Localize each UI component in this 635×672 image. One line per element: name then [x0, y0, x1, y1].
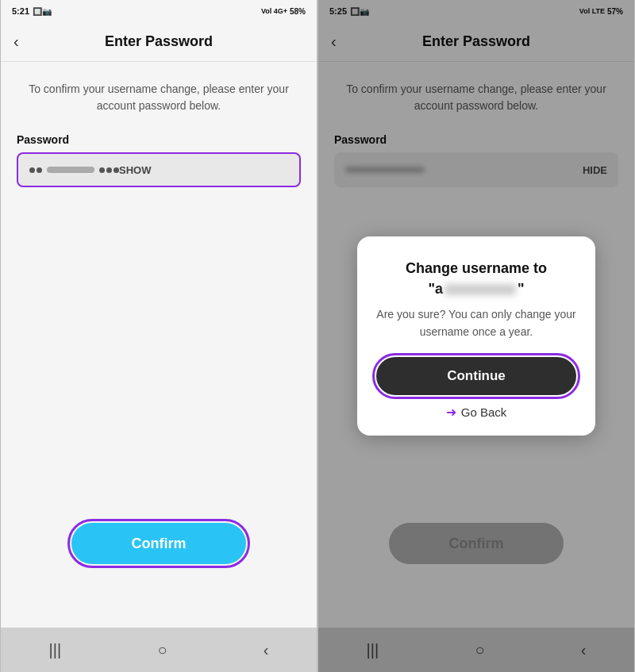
show-password-button-left[interactable]: SHOW: [119, 164, 151, 176]
time-left: 5:21: [12, 6, 29, 16]
username-blur: [444, 284, 516, 295]
confirm-button-left[interactable]: Confirm: [71, 523, 246, 564]
nav-back-left[interactable]: ‹: [264, 641, 269, 659]
go-back-row[interactable]: ➜ Go Back: [376, 405, 576, 420]
signal-left: Vol 4G+: [261, 7, 287, 15]
bottom-nav-left: ||| ○ ‹: [1, 628, 317, 672]
go-back-arrow-icon: ➜: [446, 405, 456, 420]
password-label-left: Password: [17, 133, 301, 146]
password-blur-left: [47, 167, 94, 173]
dialog-title: Change username to "a": [376, 259, 576, 298]
status-bar-left: 5:21 🔲📷 Vol 4G+ 58%: [1, 0, 317, 22]
go-back-label: Go Back: [461, 405, 507, 419]
dialog-overlay: Change username to "a" Are you sure? You…: [318, 0, 634, 672]
dialog-box: Change username to "a" Are you sure? You…: [357, 236, 595, 435]
dot3: [99, 167, 105, 173]
left-phone: 5:21 🔲📷 Vol 4G+ 58% ‹ Enter Password To …: [0, 0, 318, 672]
back-button-left[interactable]: ‹: [13, 33, 19, 51]
dot4: [106, 167, 112, 173]
battery-left: 58%: [290, 7, 306, 16]
dot1: [29, 167, 35, 173]
content-left: To confirm your username change, please …: [1, 62, 317, 628]
right-phone: 5:25 🔲📷 Vol LTE 57% ‹ Enter Password To …: [318, 0, 635, 672]
password-dots-left: [29, 167, 119, 173]
top-nav-left: ‹ Enter Password: [1, 22, 317, 62]
dot5: [114, 167, 119, 173]
continue-button[interactable]: Continue: [376, 357, 576, 395]
nav-home-left[interactable]: ○: [157, 641, 167, 659]
dialog-title-prefix: "a: [428, 281, 443, 297]
icons-left: 🔲📷: [33, 7, 52, 16]
dialog-body: Are you sure? You can only change your u…: [376, 305, 576, 341]
page-title-left: Enter Password: [105, 33, 213, 50]
nav-menu-left[interactable]: |||: [49, 641, 62, 659]
dot2: [37, 167, 42, 173]
confirm-btn-wrapper-left: Confirm: [1, 523, 317, 564]
subtitle-left: To confirm your username change, please …: [17, 81, 301, 114]
password-field-left[interactable]: SHOW: [17, 152, 301, 187]
dialog-title-suffix: ": [518, 281, 525, 297]
